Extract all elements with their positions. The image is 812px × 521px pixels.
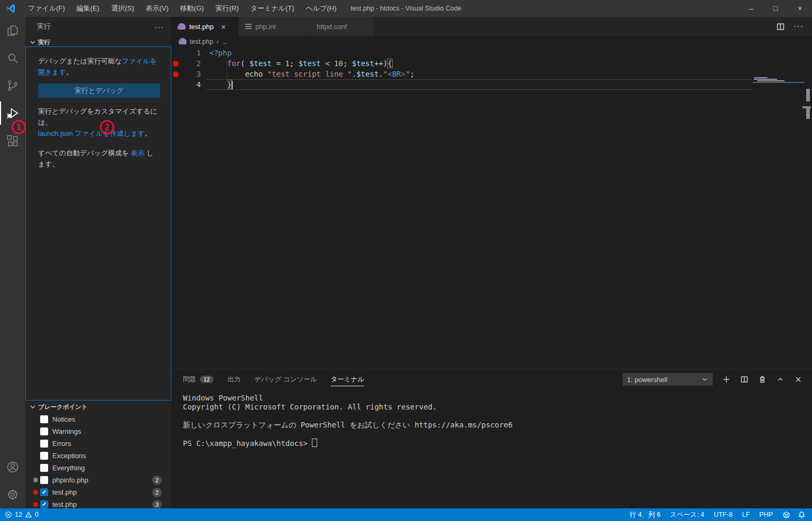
menu-item[interactable]: ファイル(F)	[22, 0, 71, 17]
close-button[interactable]: ×	[788, 0, 812, 17]
code-line[interactable]: 3 echo "test script line ".$test."<BR>";	[171, 69, 812, 79]
account-icon[interactable]	[0, 453, 25, 481]
run-welcome-view: デバッグまたは実行可能なファイルを開きます。 実行とデバッグ 実行とデバッグをカ…	[25, 46, 171, 401]
panel-tab-問題[interactable]: 問題12	[183, 369, 214, 389]
terminal[interactable]: Windows PowerShellCopyright (C) Microsof…	[171, 389, 812, 448]
menu-item[interactable]: 編集(E)	[71, 0, 105, 17]
indent-guide	[227, 59, 227, 90]
search-icon[interactable]	[0, 44, 25, 72]
menu-item[interactable]: 移動(G)	[174, 0, 210, 17]
breadcrumb-ellipsis[interactable]: ...	[222, 38, 227, 45]
panel-tab-ターミナル[interactable]: ターミナル	[331, 369, 365, 389]
editor-tab-bar: test.php× php.ini httpd.conf ···	[171, 17, 812, 36]
breakpoint-item[interactable]: Warnings	[25, 425, 171, 438]
maximize-button[interactable]: □	[763, 0, 788, 17]
terminal-line	[183, 412, 812, 421]
gutter[interactable]: 2	[171, 59, 206, 68]
menu-item[interactable]: 表示(V)	[140, 0, 174, 17]
menu-item[interactable]: ヘルプ(H)	[300, 0, 343, 17]
menu-item[interactable]: 実行(R)	[210, 0, 245, 17]
code-text[interactable]: <?php	[206, 48, 752, 58]
warning-icon	[25, 511, 32, 518]
breakpoint-item[interactable]: phpinfo.php2	[25, 474, 171, 486]
close-icon[interactable]: ×	[221, 22, 226, 31]
breakpoint-item[interactable]: Exceptions	[25, 450, 171, 462]
more-actions-icon[interactable]: ···	[793, 22, 804, 31]
terminal-line: 新しいクロスプラットフォームの PowerShell をお試しください http…	[183, 421, 812, 430]
code-editor[interactable]: 1<?php 2 for( $test = 1; $test < 10; $te…	[171, 48, 812, 369]
breakpoint-checkbox[interactable]	[40, 476, 48, 484]
breadcrumb-file[interactable]: test.php	[190, 38, 213, 45]
breakpoint-item[interactable]: Notices	[25, 413, 171, 425]
create-launch-json-link[interactable]: launch.json ファイルを作成します	[38, 129, 145, 137]
files-icon[interactable]	[0, 17, 25, 44]
breakpoint-checkbox[interactable]	[40, 452, 48, 460]
minimap[interactable]	[753, 77, 805, 86]
tab-php.ini[interactable]: php.ini	[239, 17, 307, 36]
breakpoint-label: Errors	[52, 440, 71, 448]
gutter[interactable]: 4	[171, 80, 206, 89]
tab-label: test.php	[189, 23, 214, 31]
panel-tab-デバッグ コンソール[interactable]: デバッグ コンソール	[254, 369, 317, 389]
breakpoint-icon[interactable]	[171, 71, 180, 77]
feedback-icon[interactable]	[782, 511, 790, 519]
new-terminal-icon[interactable]	[722, 375, 731, 384]
editor-tabs: test.php× php.ini httpd.conf	[171, 17, 374, 36]
split-terminal-icon[interactable]	[740, 375, 749, 384]
code-line[interactable]: 2 for( $test = 1; $test < 10; $test++){	[171, 58, 812, 69]
more-actions-icon[interactable]: ···	[154, 22, 164, 31]
breadcrumb[interactable]: test.php › ...	[171, 36, 812, 48]
tab-httpd.conf[interactable]: httpd.conf	[307, 17, 374, 36]
minimize-button[interactable]: –	[739, 0, 763, 17]
code-text[interactable]: echo "test script line ".$test."<BR>";	[206, 69, 752, 79]
breakpoint-label: Everything	[52, 464, 85, 472]
breakpoint-checkbox[interactable]	[40, 415, 48, 423]
show-auto-debug-link[interactable]: 表示	[131, 149, 144, 157]
kill-terminal-icon[interactable]	[758, 375, 767, 384]
tab-label: php.ini	[255, 23, 275, 31]
breakpoint-checkbox[interactable]	[40, 427, 48, 435]
activity-bar-top	[0, 17, 25, 154]
code-line[interactable]: 1<?php	[171, 48, 812, 58]
annotation-circle-1: 1	[12, 120, 26, 134]
chevron-up-icon[interactable]	[776, 375, 785, 384]
breakpoint-item[interactable]: ✓ test.php2	[25, 486, 171, 498]
eol-setting[interactable]: LF	[742, 511, 750, 518]
language-mode[interactable]: PHP	[759, 511, 773, 518]
gutter[interactable]: 3	[171, 70, 206, 78]
settings-gear-icon[interactable]	[0, 481, 25, 508]
menu-item[interactable]: 選択(S)	[105, 0, 140, 17]
panel-action-icons	[722, 375, 802, 384]
terminal-dropdown[interactable]: 1: powershell	[623, 373, 713, 386]
code-text[interactable]: }	[206, 79, 752, 90]
split-editor-icon[interactable]	[776, 22, 785, 31]
gutter[interactable]: 1	[171, 49, 206, 57]
code-text[interactable]: for( $test = 1; $test < 10; $test++){	[206, 58, 752, 69]
breakpoint-item[interactable]: Errors	[25, 438, 171, 450]
breakpoint-item[interactable]: Everything	[25, 462, 171, 474]
breakpoint-checkbox[interactable]	[40, 464, 48, 472]
menu-item[interactable]: ターミナル(T)	[245, 0, 300, 17]
run-and-debug-button[interactable]: 実行とデバッグ	[38, 83, 160, 98]
annotation-circle-2: 2	[100, 120, 114, 134]
breakpoint-icon[interactable]	[171, 61, 180, 67]
terminal-line	[183, 430, 812, 439]
breakpoints-section-header[interactable]: ブレークポイント	[25, 401, 171, 413]
tab-test.php[interactable]: test.php×	[171, 17, 239, 36]
close-panel-icon[interactable]	[794, 375, 802, 384]
cursor-position[interactable]: 行 4、列 6	[630, 510, 660, 519]
breakpoint-checkbox[interactable]: ✓	[40, 500, 48, 508]
source-control-icon[interactable]	[0, 72, 25, 99]
breakpoint-status-icon	[33, 502, 38, 507]
run-debug-sidebar: 実行 ··· 実行 デバッグまたは実行可能なファイルを開きます。 実行とデバッグ…	[25, 17, 171, 508]
bell-icon[interactable]	[798, 511, 806, 519]
encoding[interactable]: UTF-8	[714, 511, 732, 518]
breakpoint-checkbox[interactable]: ✓	[40, 488, 48, 496]
error-count: 12	[15, 511, 22, 518]
code-line[interactable]: 4 }	[171, 79, 812, 90]
breakpoint-label: phpinfo.php	[52, 476, 88, 484]
indent-setting[interactable]: スペース: 4	[670, 510, 705, 519]
panel-tab-出力[interactable]: 出力	[227, 369, 241, 389]
problems-status[interactable]: 12 0	[0, 511, 39, 518]
breakpoint-checkbox[interactable]	[40, 440, 48, 448]
